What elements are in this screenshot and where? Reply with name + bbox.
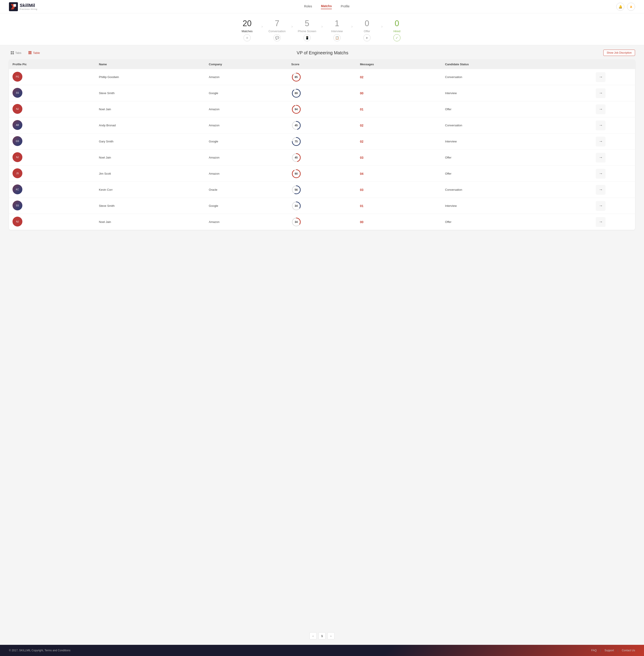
- avatar: NJ: [13, 217, 22, 227]
- current-page-button[interactable]: 1: [318, 632, 326, 639]
- pipeline-arrow: ›: [261, 24, 263, 29]
- avatar: AB: [13, 120, 22, 130]
- footer-links: FAQ | Support | Contact Us: [591, 649, 635, 652]
- pipeline-icon: 📋: [334, 34, 341, 41]
- pipeline-number: 0: [395, 19, 399, 28]
- tabs-view-button[interactable]: Tabs: [9, 50, 23, 55]
- candidate-row-action: →: [567, 69, 635, 85]
- candidate-status: Offer: [441, 214, 567, 230]
- pipeline-arrow: ›: [321, 24, 323, 29]
- pipeline-step-phone-screen[interactable]: 5Phone Screen📱: [294, 19, 320, 41]
- table-row: JSJim ScottAmazon9004Offer→: [9, 166, 635, 182]
- candidate-company: Amazon: [205, 149, 288, 166]
- logo: SkillMil Precision Hiring: [9, 2, 37, 11]
- pipeline-icon: 📱: [303, 34, 310, 41]
- view-candidate-button[interactable]: →: [596, 185, 605, 195]
- pipeline-step-conversation[interactable]: 7Conversation💬: [263, 19, 291, 41]
- candidate-company: Amazon: [205, 214, 288, 230]
- candidates-table-container: Profile PicNameCompanyScoreMessagesCandi…: [9, 60, 635, 230]
- avatar: JS: [13, 168, 22, 178]
- svg-rect-4: [13, 51, 14, 52]
- candidates-table: Profile PicNameCompanyScoreMessagesCandi…: [9, 60, 635, 230]
- score-value: 45: [295, 156, 298, 159]
- table-row: PGPhillip GoodwinAmazon8502Conversation→: [9, 69, 635, 85]
- amazon-icon-button[interactable]: a: [627, 3, 635, 11]
- pipeline-number: 7: [275, 19, 279, 28]
- notification-button[interactable]: 🔔: [616, 3, 624, 11]
- header: SkillMil Precision Hiring Roles Matchs P…: [0, 0, 644, 14]
- candidate-avatar-cell: SS: [9, 85, 95, 101]
- table-row: NJNoel JainAmazon3400Offer→: [9, 214, 635, 230]
- view-candidate-button[interactable]: →: [596, 153, 605, 163]
- candidate-messages: 03: [356, 182, 442, 198]
- nav-roles[interactable]: Roles: [304, 4, 312, 9]
- score-circle: 90: [291, 169, 301, 179]
- avatar: NJ: [13, 104, 22, 114]
- pipeline-label: Hired: [393, 29, 400, 33]
- table-row: SSSteve SmithGoogle3401Interview→: [9, 198, 635, 214]
- pipeline-arrow: ›: [351, 24, 353, 29]
- pipeline-step-interview[interactable]: 1Interview📋: [324, 19, 350, 41]
- footer: © 2017, SKILLMIL Copyright, Terms and Co…: [0, 645, 644, 656]
- candidate-score: 34: [288, 214, 356, 230]
- show-job-button[interactable]: Show Job Discription: [603, 50, 635, 56]
- nav-profile[interactable]: Profile: [341, 4, 350, 9]
- logo-main-text: SkillMil: [20, 3, 37, 8]
- nav-matchs[interactable]: Matchs: [321, 4, 331, 9]
- pipeline-step-offer[interactable]: 0Offer➤: [353, 19, 381, 41]
- col-header-score: Score: [288, 60, 356, 69]
- candidate-avatar-cell: PG: [9, 69, 95, 85]
- candidate-score: 75: [288, 134, 356, 149]
- view-candidate-button[interactable]: →: [596, 201, 605, 211]
- candidate-row-action: →: [567, 101, 635, 117]
- candidate-avatar-cell: AB: [9, 117, 95, 134]
- table-row: NJNoel JainAmazon9401Offer→: [9, 101, 635, 117]
- view-candidate-button[interactable]: →: [596, 120, 605, 130]
- candidate-row-action: →: [567, 166, 635, 182]
- candidate-company: Google: [205, 85, 288, 101]
- pipeline-icon: ➤: [363, 34, 370, 41]
- table-row: ABAndy BronadAmazon4502Conversation→: [9, 117, 635, 134]
- candidate-row-action: →: [567, 214, 635, 230]
- score-circle: 34: [291, 217, 301, 227]
- pipeline-label: Phone Screen: [298, 29, 316, 33]
- footer-support-link[interactable]: Support: [604, 649, 614, 652]
- view-candidate-button[interactable]: →: [596, 217, 605, 227]
- view-candidate-button[interactable]: →: [596, 72, 605, 82]
- candidate-company: Amazon: [205, 101, 288, 117]
- view-candidate-button[interactable]: →: [596, 169, 605, 179]
- table-row: SSSteve SmithGoogle8900Interview→: [9, 85, 635, 101]
- score-value: 94: [295, 108, 298, 111]
- view-candidate-button[interactable]: →: [596, 137, 605, 146]
- candidate-avatar-cell: NJ: [9, 101, 95, 117]
- pagination: ‹ 1 ›: [0, 627, 644, 645]
- candidate-name: Phillip Goodwin: [95, 69, 205, 85]
- view-candidate-button[interactable]: →: [596, 104, 605, 114]
- pipeline-icon: 💬: [274, 34, 281, 41]
- main-nav: Roles Matchs Profile: [304, 4, 350, 9]
- svg-rect-9: [28, 53, 31, 54]
- candidate-messages: 00: [356, 214, 442, 230]
- score-circle: 34: [291, 201, 301, 211]
- col-header-profile-pic: Profile Pic: [9, 60, 95, 69]
- score-circle: 45: [291, 153, 301, 163]
- pipeline-label: Conversation: [269, 29, 286, 33]
- pipeline-arrow: ›: [381, 24, 383, 29]
- prev-page-button[interactable]: ‹: [309, 632, 317, 639]
- pipeline-step-hired[interactable]: 0Hired✓: [384, 19, 410, 41]
- footer-faq-link[interactable]: FAQ: [591, 649, 597, 652]
- score-circle: 94: [291, 104, 301, 114]
- candidate-status: Conversation: [441, 69, 567, 85]
- view-candidate-button[interactable]: →: [596, 88, 605, 98]
- avatar: SS: [13, 88, 22, 98]
- pipeline-arrow: ›: [291, 24, 293, 29]
- next-page-button[interactable]: ›: [327, 632, 335, 639]
- tabs-label: Tabs: [15, 51, 21, 54]
- footer-contact-link[interactable]: Contact Us: [622, 649, 635, 652]
- svg-rect-3: [11, 51, 12, 52]
- svg-rect-6: [13, 53, 14, 54]
- candidate-name: Jim Scott: [95, 166, 205, 182]
- score-value: 85: [295, 75, 298, 79]
- table-view-button[interactable]: Table: [27, 50, 42, 55]
- pipeline-step-matches[interactable]: 20Matches≡: [234, 19, 260, 41]
